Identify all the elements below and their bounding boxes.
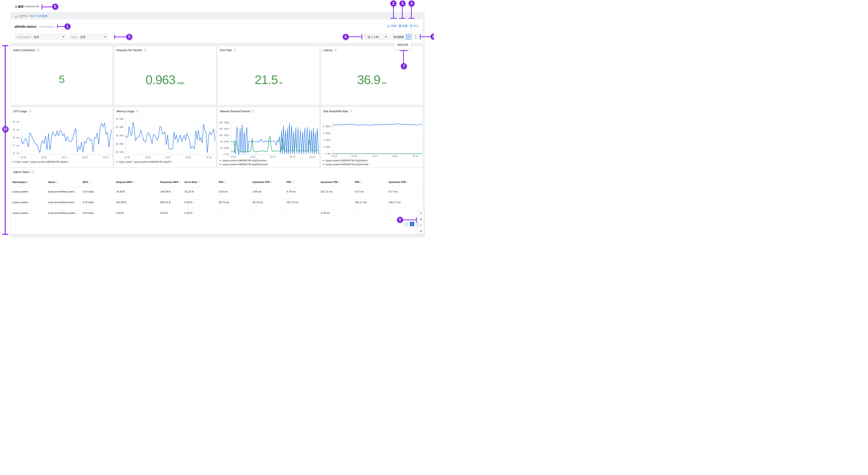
svg-text:19 ms: 19 ms	[12, 128, 19, 131]
svg-text:146 KiB/s: 146 KiB/s	[219, 134, 229, 137]
svg-text:{"pod_name":"cpaas-system-8485: {"pod_name":"cpaas-system-8485966766-n5q…	[119, 160, 172, 163]
svg-text:8 KiB/s: 8 KiB/s	[323, 125, 331, 128]
svg-text:89 MiB: 89 MiB	[116, 143, 124, 145]
svg-text:14:32: 14:32	[41, 156, 46, 158]
svg-text:15:15: 15:15	[309, 156, 315, 158]
svg-text:14:32: 14:32	[351, 155, 357, 157]
svg-text:244 KiB/s: 244 KiB/s	[219, 121, 229, 124]
svg-text:14:18: 14:18	[20, 156, 26, 158]
svg-text:6 KiB/s: 6 KiB/s	[323, 132, 331, 135]
svg-text:15:01: 15:01	[82, 156, 88, 158]
svg-text:cpaas-system-8485966766-n5q2h/: cpaas-system-8485966766-n5q2h/transmit	[222, 163, 268, 166]
svg-text:cpaas-system-8485966766-n5q2h/: cpaas-system-8485966766-n5q2h/reads	[326, 163, 369, 166]
svg-text:91 MiB: 91 MiB	[116, 126, 124, 128]
svg-text:2 KiB/s: 2 KiB/s	[323, 146, 331, 148]
svg-text:16 ms: 16 ms	[12, 152, 19, 154]
svg-text:14:18: 14:18	[230, 156, 236, 158]
svg-text:15:01: 15:01	[186, 156, 191, 159]
svg-text:14:47: 14:47	[270, 156, 275, 158]
svg-text:14:32: 14:32	[250, 156, 255, 158]
svg-text:15:01: 15:01	[392, 155, 398, 157]
svg-text:{"pod_name":"cpaas-system-8485: {"pod_name":"cpaas-system-8485966766-n5q…	[16, 160, 69, 163]
svg-text:88 MiB: 88 MiB	[116, 151, 124, 153]
svg-text:18 ms: 18 ms	[12, 136, 19, 139]
svg-text:0 B/s: 0 B/s	[223, 153, 229, 156]
svg-text:92 MiB: 92 MiB	[116, 118, 124, 120]
svg-text:cpaas-system-8485966766-n5q2h/: cpaas-system-8485966766-n5q2h/receive	[222, 159, 267, 161]
svg-text:14:47: 14:47	[372, 155, 377, 157]
svg-text:49 KiB/s: 49 KiB/s	[220, 147, 229, 149]
svg-text:14:47: 14:47	[165, 156, 171, 159]
svg-text:15:01: 15:01	[289, 156, 295, 158]
svg-text:195 KiB/s: 195 KiB/s	[219, 128, 229, 130]
svg-text:4 KiB/s: 4 KiB/s	[323, 139, 331, 141]
svg-text:14:32: 14:32	[145, 156, 150, 159]
svg-text:15:15: 15:15	[206, 156, 212, 159]
svg-text:14:18: 14:18	[124, 156, 130, 159]
svg-text:14:47: 14:47	[61, 156, 67, 158]
svg-text:14:18: 14:18	[331, 155, 337, 157]
svg-text:0 B/s: 0 B/s	[325, 152, 331, 155]
svg-text:15:15: 15:15	[412, 155, 418, 157]
svg-text:98 KiB/s: 98 KiB/s	[220, 141, 229, 143]
svg-text:90 MiB: 90 MiB	[116, 134, 124, 137]
svg-text:20 ms: 20 ms	[12, 121, 19, 123]
svg-text:cpaas-system-8485966766-n5q2h/: cpaas-system-8485966766-n5q2h/write	[326, 159, 368, 161]
svg-text:15:15: 15:15	[103, 156, 108, 158]
svg-text:17 ms: 17 ms	[12, 144, 19, 147]
